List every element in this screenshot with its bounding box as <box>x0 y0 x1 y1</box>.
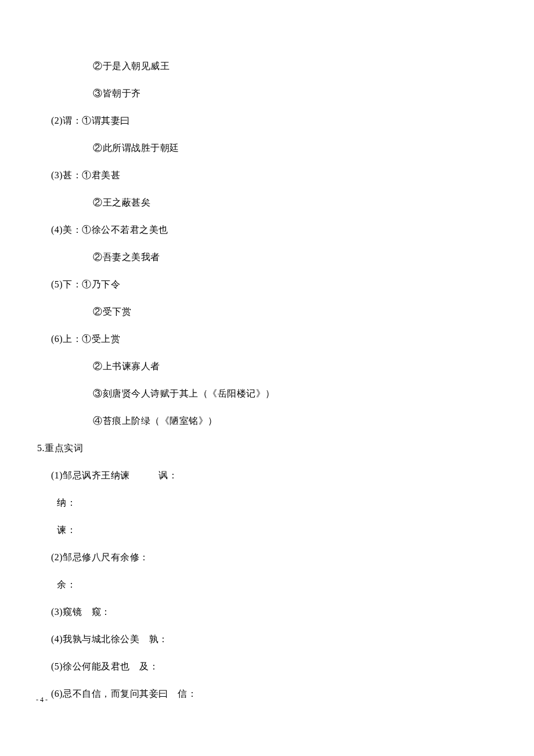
text-line: (5)下：①乃下令 <box>51 278 483 291</box>
text-line: ③皆朝于齐 <box>51 87 483 100</box>
text-line: (3)窥镜 窥： <box>51 605 483 619</box>
text-line: ④苔痕上阶绿（《陋室铭》） <box>51 414 483 428</box>
section-heading: 5.重点实词 <box>37 441 483 455</box>
text-line: 谏： <box>51 523 483 537</box>
text-line: ②受下赏 <box>51 305 483 319</box>
text-line: ②此所谓战胜于朝廷 <box>51 141 483 155</box>
text-line: (6)忌不自信，而复问其妾曰 信： <box>51 687 483 701</box>
text-line: ②吾妻之美我者 <box>51 250 483 264</box>
text-line: (1)邹忌讽齐王纳谏 讽： <box>51 469 483 483</box>
text-line: ②于是入朝见威王 <box>51 59 483 73</box>
text-line: (2)谓：①谓其妻曰 <box>51 114 483 128</box>
text-line: (2)邹忌修八尺有余修： <box>51 550 483 564</box>
text-line: (3)甚：①君美甚 <box>51 168 483 182</box>
text-line: (6)上：①受上赏 <box>51 332 483 346</box>
text-line: 纳： <box>51 496 483 510</box>
text-line: ②上书谏寡人者 <box>51 359 483 373</box>
page-number: - 4 - <box>36 694 48 705</box>
text-line: ②王之蔽甚矣 <box>51 196 483 210</box>
text-line: 余： <box>51 578 483 592</box>
text-line: (5)徐公何能及君也 及： <box>51 660 483 674</box>
document-body: ②于是入朝见威王 ③皆朝于齐 (2)谓：①谓其妻曰 ②此所谓战胜于朝廷 (3)甚… <box>0 0 534 701</box>
text-line: ③刻唐贤今人诗赋于其上（《岳阳楼记》） <box>51 387 483 401</box>
text-line: (4)我孰与城北徐公美 孰： <box>51 632 483 646</box>
text-line: (4)美：①徐公不若君之美也 <box>51 223 483 237</box>
